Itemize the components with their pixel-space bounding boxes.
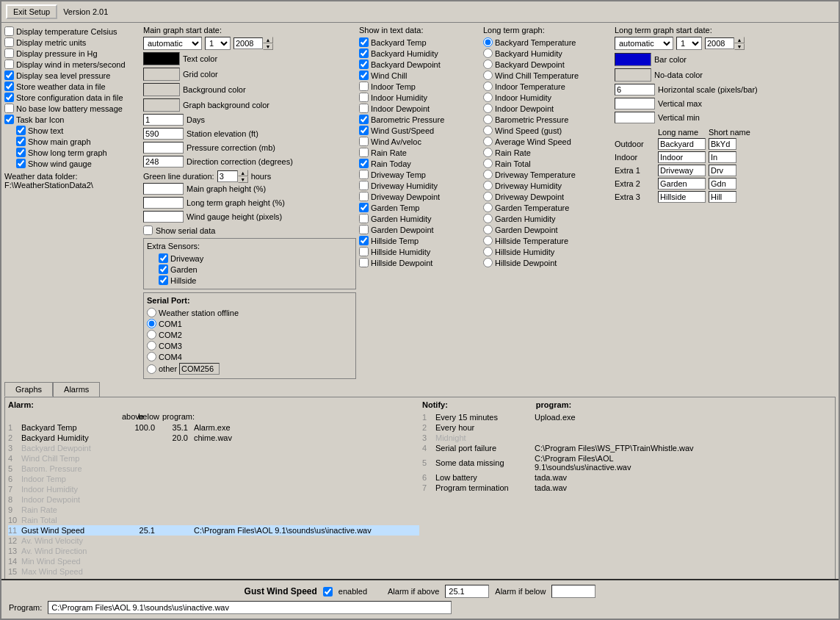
graph-bg-color-swatch[interactable]	[143, 98, 180, 112]
name-short-input-4[interactable]	[709, 191, 736, 203]
alarm-row-10[interactable]: 11Gust Wind Speed25.1C:\Program Files\AO…	[8, 525, 419, 536]
name-short-input-1[interactable]	[709, 151, 736, 163]
store-config-checkbox[interactable]	[4, 93, 14, 102]
alarm-row-9[interactable]: 10Rain Total	[8, 515, 419, 525]
lt-graph-radio-8[interactable]	[483, 126, 493, 135]
year-up-button[interactable]: ▲	[263, 37, 273, 43]
alarm-row-8[interactable]: 9Rain Rate	[8, 505, 419, 515]
lt-height-input[interactable]	[143, 197, 184, 209]
show-main-graph-checkbox[interactable]	[16, 137, 26, 146]
alarm-row-3[interactable]: 4Wind Chill Temp	[8, 453, 419, 464]
lt-graph-radio-20[interactable]	[483, 258, 493, 267]
notify-row-5[interactable]: 6Low batterytada.wav	[422, 472, 701, 483]
no-battery-checkbox[interactable]	[4, 104, 14, 113]
name-long-input-2[interactable]	[658, 165, 706, 176]
show-text-checkbox-6[interactable]	[359, 104, 369, 113]
lt-graph-radio-5[interactable]	[483, 93, 493, 102]
display-wind-ms-checkbox[interactable]	[4, 60, 14, 69]
driveway-sensor-checkbox[interactable]	[159, 253, 168, 263]
alarm-row-14[interactable]: 15Max Wind Speed	[8, 566, 419, 577]
main-height-input[interactable]	[143, 183, 184, 195]
show-text-checkbox-17[interactable]	[359, 225, 369, 234]
other-port-input[interactable]	[179, 363, 220, 375]
show-text-checkbox-19[interactable]	[359, 247, 369, 256]
lt-graph-radio-1[interactable]	[483, 48, 493, 58]
notify-row-3[interactable]: 4Serial port failureC:\Program Files\WS_…	[422, 443, 701, 453]
com3-radio[interactable]	[147, 341, 156, 350]
lt-graph-radio-13[interactable]	[483, 181, 493, 190]
com1-radio[interactable]	[147, 319, 156, 328]
notify-row-4[interactable]: 5Some data missingC:\Program Files\AOL 9…	[422, 453, 701, 472]
name-short-input-3[interactable]	[709, 178, 736, 190]
alarm-row-1[interactable]: 2Backyard Humidity20.0chime.wav	[8, 433, 419, 443]
background-color-swatch[interactable]	[143, 83, 180, 96]
show-text-checkbox-14[interactable]	[359, 192, 369, 201]
alarm-row-6[interactable]: 7Indoor Humidity	[8, 484, 419, 494]
bottom-above-input[interactable]	[445, 585, 489, 598]
alarm-row-12[interactable]: 13Av. Wind Direction	[8, 546, 419, 556]
bottom-below-input[interactable]	[551, 585, 595, 598]
show-text-checkbox-8[interactable]	[359, 126, 369, 135]
show-text-checkbox-9[interactable]	[359, 137, 369, 146]
display-metric-checkbox[interactable]	[4, 37, 14, 47]
no-data-color-swatch[interactable]	[615, 68, 651, 82]
show-text-checkbox-7[interactable]	[359, 115, 369, 124]
graph-start-auto-select[interactable]: automatic	[143, 37, 202, 50]
alarm-row-5[interactable]: 6Indoor Temp	[8, 474, 419, 484]
notify-row-2[interactable]: 3Midnight	[422, 433, 701, 443]
name-long-input-0[interactable]	[658, 138, 706, 150]
graph-start-day-select[interactable]: 1	[205, 37, 231, 50]
other-radio[interactable]	[147, 364, 156, 374]
notify-row-6[interactable]: 7Program terminationtada.wav	[422, 483, 701, 493]
v-max-input[interactable]	[615, 98, 655, 109]
show-text-checkbox-15[interactable]	[359, 203, 369, 212]
show-text-checkbox-12[interactable]	[359, 170, 369, 179]
show-text-checkbox-4[interactable]	[359, 82, 369, 91]
lt-graph-radio-6[interactable]	[483, 104, 493, 113]
green-up-button[interactable]: ▲	[238, 170, 248, 176]
direction-input[interactable]	[143, 156, 184, 167]
store-weather-checkbox[interactable]	[4, 82, 14, 91]
green-down-button[interactable]: ▼	[238, 176, 248, 183]
alarm-row-7[interactable]: 8Indoor Dewpoint	[8, 494, 419, 505]
lt-graph-radio-14[interactable]	[483, 192, 493, 201]
lt-graph-radio-4[interactable]	[483, 82, 493, 91]
com2-radio[interactable]	[147, 330, 156, 339]
lt-graph-radio-11[interactable]	[483, 159, 493, 168]
green-hours-input[interactable]	[217, 170, 238, 182]
lt-graph-radio-2[interactable]	[483, 60, 493, 69]
lt-graph-radio-12[interactable]	[483, 170, 493, 179]
lt-graph-radio-17[interactable]	[483, 225, 493, 234]
text-color-swatch[interactable]	[143, 52, 180, 65]
show-wind-gauge-checkbox[interactable]	[16, 159, 26, 168]
name-long-input-4[interactable]	[658, 191, 706, 203]
show-text-checkbox-5[interactable]	[359, 93, 369, 102]
show-text-checkbox[interactable]	[16, 126, 26, 135]
show-text-checkbox-16[interactable]	[359, 214, 369, 223]
lt-start-year-input[interactable]	[705, 37, 734, 49]
elevation-input[interactable]	[143, 128, 184, 140]
garden-sensor-checkbox[interactable]	[159, 264, 168, 274]
display-hg-checkbox[interactable]	[4, 48, 14, 58]
lt-graph-radio-0[interactable]	[483, 37, 493, 47]
lt-start-day-select[interactable]: 1	[676, 37, 702, 50]
v-min-input[interactable]	[615, 112, 655, 123]
com4-radio[interactable]	[147, 352, 156, 361]
bar-color-swatch[interactable]	[615, 53, 651, 66]
show-text-checkbox-3[interactable]	[359, 71, 369, 80]
pressure-input[interactable]	[143, 142, 184, 154]
alarm-row-4[interactable]: 5Barom. Pressure	[8, 464, 419, 474]
days-input[interactable]	[143, 114, 184, 126]
name-long-input-1[interactable]	[658, 151, 706, 163]
notify-row-1[interactable]: 2Every hour	[422, 422, 701, 433]
show-text-checkbox-10[interactable]	[359, 148, 369, 157]
lt-graph-radio-18[interactable]	[483, 236, 493, 245]
grid-color-swatch[interactable]	[143, 68, 180, 81]
taskbar-checkbox[interactable]	[4, 115, 14, 124]
lt-graph-radio-9[interactable]	[483, 137, 493, 146]
lt-graph-radio-7[interactable]	[483, 115, 493, 124]
show-text-checkbox-1[interactable]	[359, 48, 369, 58]
display-sea-checkbox[interactable]	[4, 71, 14, 80]
exit-setup-button[interactable]: Exit Setup	[6, 4, 57, 19]
alarm-row-11[interactable]: 12Av. Wind Velocity	[8, 536, 419, 546]
